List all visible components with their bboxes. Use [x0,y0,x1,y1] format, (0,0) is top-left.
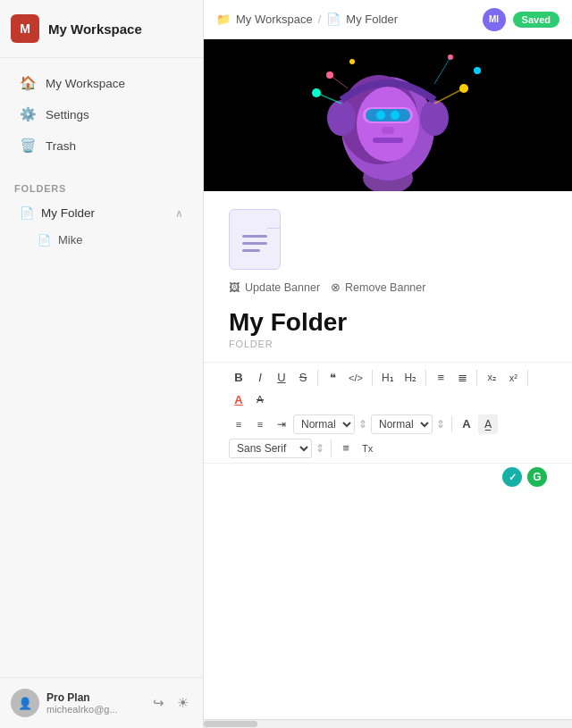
folder-item-my-folder[interactable]: 📄 My Folder ∧ [5,200,198,226]
toolbar-row-3: Sans Serif Serif Monospace Arial ⇕ ≡ Tx [229,438,547,458]
svg-point-8 [376,111,385,120]
svg-point-12 [327,100,356,136]
sidebar-item-label: Trash [46,139,76,153]
sidebar-item-my-workspace[interactable]: 🏠 My Workspace [5,68,198,98]
highlight-button[interactable]: A̲ [478,414,498,434]
toolbar-row-1: B I U S ❝ </> H₁ H₂ ≡ ≣ x₂ x² A A̶ [229,367,547,410]
align-left-button[interactable]: ≡ [229,415,248,433]
clear-text-button[interactable]: Tx [358,439,377,457]
font-size-select-2[interactable]: Normal 8 10 12 14 16 18 24 [371,414,433,434]
saved-badge: Saved [513,12,559,28]
clear-format-button[interactable]: A̶ [250,390,270,409]
toolbar-sep-6 [451,416,452,432]
editor-area[interactable] [204,490,572,719]
h2-button[interactable]: H₂ [400,368,422,388]
grammarly-bar: ✓ G [204,464,572,490]
sidebar: M My Workspace 🏠 My Workspace ⚙️ Setting… [0,0,204,728]
doc-type: FOLDER [229,339,547,349]
folders-section: FOLDERS [0,171,203,199]
sidebar-nav: 🏠 My Workspace ⚙️ Settings 🗑️ Trash [0,58,203,171]
editor-toolbar: B I U S ❝ </> H₁ H₂ ≡ ≣ x₂ x² A A̶ ≡ ≡ ⇥… [204,362,572,464]
svg-rect-7 [366,109,410,121]
blockquote-button[interactable]: ❝ [323,367,342,388]
grammarly-check-icon[interactable]: ✓ [502,467,522,487]
subfolder-label: Mike [58,233,82,247]
chevron-up-icon: ∧ [175,207,183,220]
footer-actions: ↪ ☀ [149,691,192,715]
toolbar-sep-5 [527,370,528,386]
remove-icon: ⊗ [331,280,341,294]
home-icon: 🏠 [20,75,37,91]
user-email: michealrko@g... [46,704,142,715]
user-plan: Pro Plan [46,691,142,704]
image-icon: 🖼 [229,281,240,294]
indent-button[interactable]: ⇥ [272,414,291,434]
breadcrumb-separator: / [318,13,322,26]
grammarly-g-icon[interactable]: G [527,467,547,487]
italic-button[interactable]: I [250,367,270,388]
sidebar-footer: 👤 Pro Plan michealrko@g... ↪ ☀ [0,677,203,728]
sidebar-item-trash[interactable]: 🗑️ Trash [5,130,198,161]
toolbar-sep-3 [425,370,426,386]
underline-button[interactable]: U [272,367,291,388]
toolbar-sep-1 [317,370,318,386]
h1-button[interactable]: H₁ [377,368,399,388]
center-align-button[interactable]: ≡ [336,438,356,458]
folders-label: FOLDERS [14,183,66,194]
breadcrumb-doc[interactable]: My Folder [346,13,398,26]
strikethrough-button[interactable]: S [293,367,313,388]
breadcrumb: 📁 My Workspace / 📄 My Folder [216,13,398,26]
toolbar-sep-4 [476,370,477,386]
svg-point-18 [474,67,481,74]
user-avatar-small: MI [483,8,506,31]
unordered-list-button[interactable]: ≣ [452,367,472,388]
doc-title[interactable]: My Folder [229,308,547,337]
scrollbar-thumb[interactable] [204,721,257,727]
document-icon [229,209,281,270]
svg-point-16 [349,59,355,64]
avatar: 👤 [11,689,39,717]
font-color-picker-button[interactable]: A [457,414,476,434]
font-color-button[interactable]: A [229,389,248,410]
subscript-button[interactable]: x₂ [482,368,501,387]
logout-icon: ↪ [153,695,164,710]
svg-point-13 [420,100,449,136]
ordered-list-button[interactable]: ≡ [431,367,450,388]
svg-point-5 [357,87,419,162]
breadcrumb-workspace[interactable]: My Workspace [236,13,313,26]
main-content: 📁 My Workspace / 📄 My Folder MI Saved [204,0,572,728]
logout-button[interactable]: ↪ [149,691,168,715]
folder-label: My Folder [41,206,95,220]
topbar: 📁 My Workspace / 📄 My Folder MI Saved [204,0,572,39]
remove-banner-button[interactable]: ⊗ Remove Banner [331,277,425,297]
subfolder-item-mike[interactable]: 📄 Mike [5,228,198,252]
superscript-button[interactable]: x² [503,369,523,387]
update-banner-button[interactable]: 🖼 Update Banner [229,277,320,297]
document-icon-wrap [204,191,572,277]
horizontal-scrollbar[interactable] [204,719,572,728]
align-right-button[interactable]: ≡ [250,415,270,433]
banner-actions: 🖼 Update Banner ⊗ Remove Banner [204,277,572,308]
font-family-select[interactable]: Sans Serif Serif Monospace Arial [229,439,312,458]
theme-icon: ☀ [177,695,189,710]
topbar-right: MI Saved [483,8,559,31]
bold-button[interactable]: B [229,367,248,388]
font-size-select-1[interactable]: Normal Small Large Huge [293,414,355,434]
svg-point-9 [391,111,400,120]
breadcrumb-workspace-icon: 📁 [216,13,231,26]
settings-icon: ⚙️ [20,106,37,122]
trash-icon: 🗑️ [20,138,37,154]
toolbar-sep-7 [331,440,332,456]
sidebar-item-settings[interactable]: ⚙️ Settings [5,99,198,130]
theme-button[interactable]: ☀ [173,691,192,715]
doc-content: My Folder FOLDER [204,308,572,362]
toolbar-sep-2 [372,370,373,386]
user-info: Pro Plan michealrko@g... [46,691,142,715]
code-button[interactable]: </> [344,369,367,387]
sidebar-header: M My Workspace [0,0,203,58]
sidebar-item-label: My Workspace [46,77,125,90]
folder-icon: 📄 [20,206,34,220]
document-banner [204,39,572,191]
sidebar-workspace-title: My Workspace [48,21,142,37]
file-icon: 📄 [38,234,51,247]
